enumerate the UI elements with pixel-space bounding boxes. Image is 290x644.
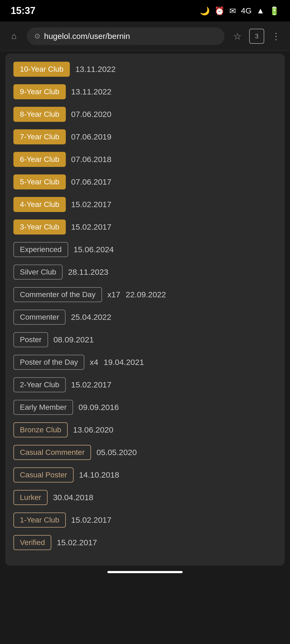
badge-row: 7-Year Club07.06.2019: [13, 129, 277, 144]
alarm-icon: ⏰: [215, 6, 224, 16]
badge-label: 6-Year Club: [13, 152, 66, 167]
status-time: 15:37: [11, 5, 35, 16]
badge-row: Commenter25.04.2022: [13, 310, 277, 325]
url-bar[interactable]: ⊙ hugelol.com/user/bernin: [27, 27, 224, 45]
signal-icon: ▲: [256, 6, 264, 15]
badge-date: 15.02.2017: [71, 200, 111, 209]
connection-icon: ⊙: [34, 32, 40, 40]
badge-row: 6-Year Club07.06.2018: [13, 152, 277, 167]
badge-date: 09.09.2016: [78, 403, 119, 412]
menu-button[interactable]: ⋮: [269, 29, 284, 44]
badge-label: 7-Year Club: [13, 129, 66, 144]
status-bar: 15:37 🌙 ⏰ ✉ 4G ▲ 🔋: [0, 0, 290, 21]
browser-bar: ⌂ ⊙ hugelol.com/user/bernin ☆ 3 ⋮: [0, 21, 290, 51]
badge-label: 10-Year Club: [13, 62, 70, 77]
browser-actions: ☆ 3 ⋮: [230, 29, 284, 44]
badge-row: 3-Year Club15.02.2017: [13, 219, 277, 235]
badge-row: 2-Year Club15.02.2017: [13, 377, 277, 392]
badge-date: 07.06.2019: [71, 132, 111, 141]
url-text: hugelol.com/user/bernin: [44, 32, 217, 41]
badge-row: Poster08.09.2021: [13, 332, 277, 347]
badge-date: 15.02.2017: [57, 538, 97, 547]
network-label: 4G: [241, 6, 252, 15]
badge-label: Commenter of the Day: [13, 287, 102, 302]
badge-label: 4-Year Club: [13, 197, 66, 212]
badge-label: Lurker: [13, 490, 48, 505]
badge-label: Casual Poster: [13, 467, 74, 482]
moon-icon: 🌙: [200, 6, 210, 16]
badge-date: 07.06.2017: [71, 177, 111, 186]
badge-row: Casual Poster14.10.2018: [13, 467, 277, 482]
badge-row: Casual Commenter05.05.2020: [13, 445, 277, 460]
badge-label: Bronze Club: [13, 422, 68, 437]
badge-label: Poster of the Day: [13, 355, 84, 370]
badge-date: 28.11.2023: [68, 268, 108, 277]
badge-date: 15.02.2017: [71, 515, 111, 525]
badge-row: 5-Year Club07.06.2017: [13, 174, 277, 189]
badge-label: Poster: [13, 332, 48, 347]
badge-row: 1-Year Club15.02.2017: [13, 513, 277, 528]
badge-row: 4-Year Club15.02.2017: [13, 197, 277, 212]
badge-date: 19.04.2021: [104, 358, 144, 367]
tabs-button[interactable]: 3: [249, 29, 264, 44]
badge-row: Early Member09.09.2016: [13, 400, 277, 415]
badge-date: 25.04.2022: [71, 313, 111, 322]
badge-label: 3-Year Club: [13, 219, 66, 235]
badge-date: 30.04.2018: [53, 493, 93, 502]
badge-label: 9-Year Club: [13, 84, 66, 99]
badge-row: Commenter of the Dayx1722.09.2022: [13, 287, 277, 302]
badge-label: Early Member: [13, 400, 73, 415]
badge-label: Verified: [13, 535, 51, 550]
badge-date: 15.02.2017: [71, 380, 111, 389]
bookmark-button[interactable]: ☆: [230, 29, 245, 44]
badge-label: Experienced: [13, 242, 68, 257]
badge-label: 2-Year Club: [13, 377, 66, 392]
badge-row: 8-Year Club07.06.2020: [13, 107, 277, 122]
badge-date: 13.06.2020: [73, 425, 113, 434]
battery-icon: 🔋: [269, 6, 279, 16]
badge-date: 05.05.2020: [96, 448, 137, 457]
badge-date: 15.02.2017: [71, 222, 111, 232]
badge-row: Bronze Club13.06.2020: [13, 422, 277, 437]
badge-row: 10-Year Club13.11.2022: [13, 62, 277, 77]
badge-label: Silver Club: [13, 265, 63, 280]
badge-label: Casual Commenter: [13, 445, 91, 460]
badge-row: Lurker30.04.2018: [13, 490, 277, 505]
badge-label: Commenter: [13, 310, 66, 325]
badge-date: 14.10.2018: [79, 470, 119, 480]
badge-label: 5-Year Club: [13, 174, 66, 189]
badge-row: 9-Year Club13.11.2022: [13, 84, 277, 99]
email-icon: ✉: [229, 6, 236, 16]
home-icon[interactable]: ⌂: [6, 29, 21, 44]
badge-count: x17: [107, 290, 120, 299]
nav-indicator: [107, 571, 183, 573]
badge-date: 13.11.2022: [71, 87, 111, 96]
badge-count: x4: [90, 358, 98, 367]
badge-date: 07.06.2020: [71, 110, 111, 119]
badge-row: Experienced15.06.2024: [13, 242, 277, 257]
badge-row: Verified15.02.2017: [13, 535, 277, 550]
badge-date: 08.09.2021: [53, 335, 94, 344]
badge-date: 22.09.2022: [126, 290, 166, 299]
badge-date: 07.06.2018: [71, 155, 111, 164]
badge-date: 13.11.2022: [75, 65, 115, 74]
badges-list: 10-Year Club13.11.20229-Year Club13.11.2…: [5, 54, 285, 566]
badge-label: 1-Year Club: [13, 513, 66, 528]
badge-row: Silver Club28.11.2023: [13, 265, 277, 280]
badge-date: 15.06.2024: [74, 245, 114, 254]
status-icons: 🌙 ⏰ ✉ 4G ▲ 🔋: [200, 6, 279, 16]
badge-label: 8-Year Club: [13, 107, 66, 122]
badge-row: Poster of the Dayx419.04.2021: [13, 355, 277, 370]
